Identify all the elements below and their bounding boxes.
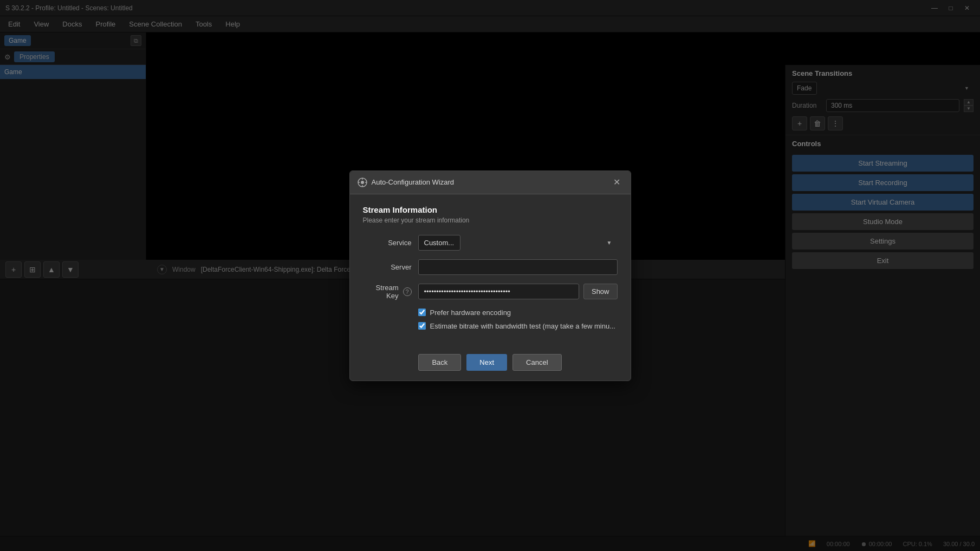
wizard-icon xyxy=(358,178,367,187)
dialog-title-text: Auto-Configuration Wizard xyxy=(372,178,454,186)
stream-key-input[interactable] xyxy=(418,284,579,299)
server-input[interactable] xyxy=(418,259,618,275)
back-button[interactable]: Back xyxy=(418,354,461,371)
dialog-title-left: Auto-Configuration Wizard xyxy=(358,178,454,187)
show-key-button[interactable]: Show xyxy=(583,284,618,299)
dialog-overlay: Auto-Configuration Wizard ✕ Stream Infor… xyxy=(0,0,980,551)
service-row: Service Custom... xyxy=(363,235,618,251)
next-button[interactable]: Next xyxy=(466,354,507,371)
dialog-footer: Back Next Cancel xyxy=(350,346,631,381)
svg-point-1 xyxy=(361,181,364,184)
auto-config-dialog: Auto-Configuration Wizard ✕ Stream Infor… xyxy=(349,170,631,381)
service-label: Service xyxy=(363,239,412,247)
estimate-bitrate-checkbox[interactable] xyxy=(418,322,426,330)
estimate-bitrate-row: Estimate bitrate with bandwidth test (ma… xyxy=(363,322,618,330)
service-select[interactable]: Custom... xyxy=(418,235,460,251)
stream-key-label: Stream Key xyxy=(363,284,399,300)
dialog-titlebar: Auto-Configuration Wizard ✕ xyxy=(350,171,631,194)
server-row: Server xyxy=(363,259,618,275)
stream-key-input-area: Show xyxy=(418,284,618,299)
stream-key-help-icon[interactable]: ? xyxy=(403,287,412,296)
prefer-hw-row: Prefer hardware encoding xyxy=(363,309,618,317)
prefer-hw-label: Prefer hardware encoding xyxy=(430,309,511,317)
server-label: Server xyxy=(363,263,412,271)
estimate-bitrate-label: Estimate bitrate with bandwidth test (ma… xyxy=(430,322,615,330)
dialog-heading: Stream Information xyxy=(363,205,618,214)
service-select-wrapper: Custom... xyxy=(418,235,618,251)
stream-key-row: Stream Key ? Show xyxy=(363,284,618,300)
prefer-hw-checkbox[interactable] xyxy=(418,309,426,316)
stream-key-label-area: Stream Key ? xyxy=(363,284,412,300)
cancel-button[interactable]: Cancel xyxy=(512,354,561,371)
dialog-subheading: Please enter your stream information xyxy=(363,217,618,224)
dialog-body: Stream Information Please enter your str… xyxy=(350,194,631,346)
dialog-close-button[interactable]: ✕ xyxy=(611,176,623,188)
